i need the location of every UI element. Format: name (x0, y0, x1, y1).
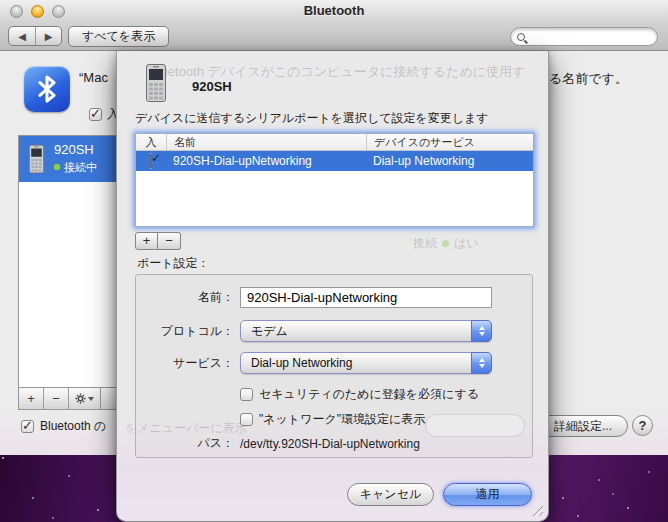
port-name-input[interactable] (240, 287, 492, 308)
port-settings-label: ポート設定： (137, 255, 210, 272)
apply-button[interactable]: 適用 (443, 483, 532, 506)
row-enabled-cell (136, 154, 166, 168)
service-popup[interactable]: Dial-up Networking (240, 352, 492, 374)
name-row: 名前： (136, 287, 532, 308)
device-status-label: 接続中 (64, 160, 97, 175)
help-button[interactable]: ? (632, 415, 653, 436)
require-auth-label: セキュリティのために登録を必須にする (259, 386, 479, 403)
show-all-button[interactable]: すべてを表示 (68, 26, 169, 47)
bluetooth-app-icon (24, 66, 70, 112)
bluetooth-power-checkbox[interactable]: 入 (89, 106, 119, 123)
remove-device-button[interactable]: − (44, 388, 69, 409)
device-name-note-fragment-right: る名前です。 (549, 70, 628, 88)
forward-button[interactable]: ▶ (35, 27, 61, 45)
device-name-note-fragment-left: “Mac (79, 70, 116, 85)
bluetooth-rune-icon (30, 72, 64, 106)
menubar-status-checkbox[interactable]: Bluetooth の (21, 418, 117, 435)
popup-stepper-icon (471, 320, 492, 342)
device-name: 920SH (54, 142, 97, 157)
row-service-cell: Dial-up Networking (366, 154, 533, 168)
ghost-status-dot (442, 240, 449, 247)
gear-icon (75, 393, 86, 404)
remove-port-button[interactable]: − (158, 232, 181, 250)
search-input[interactable] (525, 29, 657, 44)
preferences-toolbar: ◀ ▶ すべてを表示 (0, 22, 668, 51)
serial-port-sheet: Bluetooth デバイスがこのコンピュータに接続するために使用す 接続 はい… (116, 51, 549, 522)
service-row: サービス： Dial-up Networking (136, 352, 532, 374)
checkbox-checked-icon (89, 108, 102, 121)
checkbox-unchecked-icon (240, 388, 253, 401)
show-network-label: "ネットワーク"環境設定に表示 (259, 411, 425, 428)
device-list: 920SH 接続中 (18, 135, 118, 388)
port-add-remove-group: + − (135, 232, 181, 250)
path-value: /dev/tty.920SH-Dial-upNetworking (240, 437, 420, 451)
protocol-row: プロトコル： モデム (136, 320, 532, 342)
name-label: 名前： (136, 289, 234, 306)
device-list-toolbar: + − (18, 388, 118, 410)
arrow-down-icon (479, 332, 485, 336)
zoom-window-button[interactable] (52, 5, 65, 18)
protocol-label: プロトコル： (136, 323, 234, 340)
table-header-row: 入 名前 デバイスのサービス (136, 134, 533, 151)
back-button[interactable]: ◀ (9, 27, 35, 45)
arrow-up-icon (479, 326, 485, 330)
column-header-name[interactable]: 名前 (166, 134, 366, 150)
phone-icon (145, 63, 167, 103)
column-header-service[interactable]: デバイスのサービス (366, 134, 533, 150)
service-label: サービス： (136, 355, 234, 372)
device-list-item-920sh[interactable]: 920SH 接続中 (19, 136, 117, 182)
sheet-device-title: 920SH (192, 79, 232, 94)
desktop-stars (2, 457, 4, 459)
phone-icon (28, 144, 45, 174)
device-status: 接続中 (54, 160, 97, 175)
row-name-cell: 920SH-Dial-upNetworking (166, 154, 366, 168)
ghost-status-label: 接続 (413, 235, 437, 252)
titlebar: Bluetooth (0, 0, 668, 22)
nav-back-forward: ◀ ▶ (8, 26, 62, 46)
sheet-header: 920SH (145, 63, 232, 103)
table-row[interactable]: 920SH-Dial-upNetworking Dial-up Networki… (136, 151, 533, 171)
path-row: パス： /dev/tty.920SH-Dial-upNetworking (136, 435, 532, 452)
checkbox-unchecked-icon (240, 413, 253, 426)
protocol-popup-value: モデム (251, 324, 288, 338)
add-device-button[interactable]: + (19, 388, 44, 409)
cancel-button[interactable]: キャンセル (347, 483, 434, 506)
device-meta: 920SH 接続中 (54, 144, 97, 175)
advanced-settings-button[interactable]: 詳細設定... (538, 415, 628, 437)
resize-grip[interactable] (530, 503, 543, 516)
ghost-connection-status: 接続 はい (413, 235, 479, 252)
chevron-down-icon (88, 397, 94, 401)
device-action-menu-button[interactable] (69, 388, 101, 409)
minimize-window-button[interactable] (31, 5, 44, 18)
connected-status-dot (54, 164, 60, 170)
menubar-checkbox-label: Bluetooth の (40, 418, 106, 435)
checkbox-checked-icon (21, 420, 34, 433)
service-popup-value: Dial-up Networking (251, 356, 352, 370)
search-icon (517, 33, 525, 41)
ghost-status-value: はい (454, 235, 479, 252)
arrow-down-icon (479, 364, 485, 368)
show-network-checkbox[interactable]: "ネットワーク"環境設定に表示 (240, 411, 425, 428)
protocol-popup[interactable]: モデム (240, 320, 492, 342)
arrow-up-icon (479, 358, 485, 362)
row-checkbox-checked[interactable] (150, 153, 152, 169)
sheet-instruction: デバイスに送信するシリアルポートを選択して設定を変更します (135, 110, 489, 127)
add-port-button[interactable]: + (135, 232, 158, 250)
search-field[interactable] (510, 27, 658, 46)
popup-stepper-icon (471, 352, 492, 374)
serial-ports-table: 入 名前 デバイスのサービス 920SH-Dial-upNetworking D… (135, 133, 534, 227)
path-label: パス： (136, 435, 234, 452)
require-auth-checkbox[interactable]: セキュリティのために登録を必須にする (240, 386, 479, 403)
close-window-button[interactable] (10, 5, 23, 18)
port-settings-groupbox: 名前： プロトコル： モデム サービス： Dial-up Networking (135, 274, 533, 458)
window-title: Bluetooth (0, 0, 668, 22)
column-header-on[interactable]: 入 (136, 134, 166, 150)
